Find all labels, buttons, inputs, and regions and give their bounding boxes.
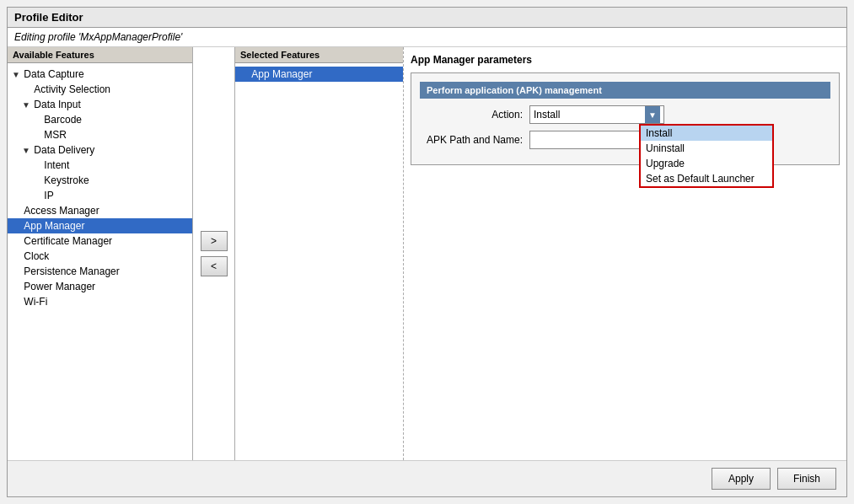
tree-label: App Manager [251, 68, 312, 80]
tree-label: Barcode [44, 114, 82, 126]
editing-profile-bar: Editing profile 'MxAppManagerProfile' [8, 28, 846, 47]
window-title: Profile Editor [14, 11, 83, 24]
tree-item-wi-fi[interactable]: Wi-Fi [8, 294, 192, 309]
bottom-bar: Apply Finish [8, 460, 846, 496]
leaf-icon [11, 298, 21, 307]
tree-label: Activity Selection [34, 83, 110, 95]
selected-features-tree: App Manager [235, 63, 403, 460]
tree-label: Access Manager [24, 205, 99, 217]
leaf-icon [31, 131, 41, 140]
action-dropdown[interactable]: Install ▼ [529, 105, 664, 124]
available-features-panel: Available Features ▼ Data Capture Activi… [8, 47, 193, 460]
parameters-title: App Manager parameters [411, 54, 840, 66]
available-features-tree: ▼ Data Capture Activity Selection ▼ Data… [8, 63, 192, 460]
leaf-icon [239, 70, 249, 79]
content-area: Available Features ▼ Data Capture Activi… [8, 47, 846, 460]
expand-icon: ▼ [21, 146, 31, 155]
tree-item-keystroke[interactable]: Keystroke [8, 173, 192, 188]
tree-label: Keystroke [44, 174, 89, 186]
action-dropdown-container: Install ▼ Install Uninstall Upgrade Set … [529, 105, 664, 124]
add-feature-button[interactable]: > [201, 231, 228, 251]
tree-label: Intent [44, 159, 69, 171]
action-label: Action: [420, 109, 529, 121]
leaf-icon [11, 252, 21, 261]
tree-label: Certificate Manager [24, 235, 112, 247]
leaf-icon [31, 115, 41, 125]
dropdown-option-install[interactable]: Install [641, 126, 772, 141]
tree-label: MSR [44, 129, 67, 141]
middle-buttons: > < [193, 47, 235, 460]
selected-tree-item-app-manager[interactable]: App Manager [235, 67, 403, 82]
main-panel: Editing profile 'MxAppManagerProfile' Av… [7, 27, 847, 497]
remove-feature-button[interactable]: < [201, 256, 228, 276]
leaf-icon [31, 191, 41, 201]
available-features-header: Available Features [8, 47, 192, 63]
leaf-icon [11, 206, 21, 216]
tree-item-certificate-manager[interactable]: Certificate Manager [8, 233, 192, 249]
expand-icon: ▼ [21, 100, 31, 110]
parameters-panel: App Manager parameters Perform applicati… [404, 47, 846, 460]
tree-item-ip[interactable]: IP [8, 188, 192, 203]
leaf-icon [21, 85, 31, 94]
tree-item-clock[interactable]: Clock [8, 249, 192, 264]
tree-label: Data Capture [24, 68, 83, 80]
action-row: Action: Install ▼ Install Uninstall Upgr… [420, 105, 830, 124]
tree-item-data-delivery[interactable]: ▼ Data Delivery [8, 142, 192, 158]
tree-item-activity-selection[interactable]: Activity Selection [8, 82, 192, 97]
apply-button[interactable]: Apply [712, 468, 771, 490]
action-value: Install [534, 109, 560, 121]
leaf-icon [11, 222, 21, 231]
editing-label: Editing profile 'MxAppManagerProfile' [14, 31, 182, 43]
tree-label: App Manager [24, 220, 84, 232]
tree-item-persistence-manager[interactable]: Persistence Manager [8, 264, 192, 279]
dropdown-option-upgrade[interactable]: Upgrade [641, 156, 772, 171]
expand-icon: ▼ [11, 70, 21, 79]
tree-label: Clock [24, 250, 49, 262]
tree-item-data-capture[interactable]: ▼ Data Capture [8, 67, 192, 82]
tree-label: Data Delivery [34, 144, 94, 156]
outer-container: Profile Editor Editing profile 'MxAppMan… [0, 0, 854, 504]
param-box: Perform application (APK) management Act… [411, 72, 840, 165]
tree-label: Power Manager [24, 281, 95, 292]
tree-label: Data Input [34, 99, 80, 110]
tree-item-msr[interactable]: MSR [8, 127, 192, 142]
tree-label: Wi-Fi [24, 296, 47, 308]
tree-item-intent[interactable]: Intent [8, 158, 192, 173]
dropdown-arrow-icon: ▼ [645, 106, 660, 123]
param-box-header: Perform application (APK) management [420, 82, 830, 99]
tree-item-data-input[interactable]: ▼ Data Input [8, 97, 192, 112]
selected-features-header: Selected Features [235, 47, 403, 63]
finish-button[interactable]: Finish [777, 468, 836, 490]
leaf-icon [11, 267, 21, 276]
tree-item-barcode[interactable]: Barcode [8, 112, 192, 127]
title-bar: Profile Editor [7, 7, 847, 27]
leaf-icon [31, 176, 41, 185]
tree-label: IP [44, 190, 53, 201]
dropdown-option-uninstall[interactable]: Uninstall [641, 141, 772, 156]
tree-item-app-manager[interactable]: App Manager [8, 218, 192, 233]
tree-label: Persistence Manager [24, 265, 119, 277]
tree-item-access-manager[interactable]: Access Manager [8, 203, 192, 218]
dropdown-option-set-default-launcher[interactable]: Set as Default Launcher [641, 171, 772, 186]
leaf-icon [31, 161, 41, 170]
leaf-icon [11, 237, 21, 246]
apk-path-label: APK Path and Name: [420, 134, 529, 146]
action-dropdown-menu: Install Uninstall Upgrade Set as Default… [639, 124, 774, 188]
leaf-icon [11, 282, 21, 292]
selected-features-panel: Selected Features App Manager [235, 47, 404, 460]
tree-item-power-manager[interactable]: Power Manager [8, 279, 192, 294]
